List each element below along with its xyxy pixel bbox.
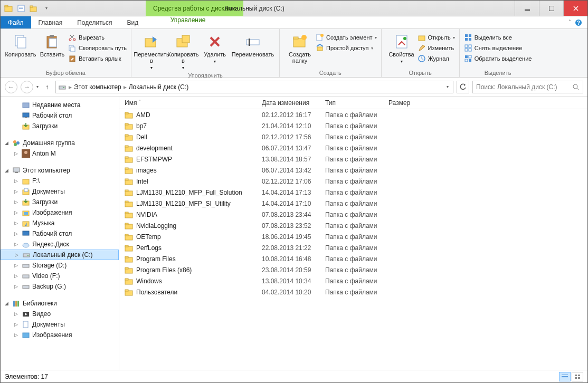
file-row[interactable]: NVIDIA07.08.2013 23:44Папка с файлами <box>119 209 587 220</box>
expander-icon[interactable]: ▷ <box>14 151 20 156</box>
copy-button[interactable]: Копировать <box>5 31 36 58</box>
copy-to-button[interactable]: Копировать в▾ <box>167 31 199 71</box>
recent-locations-dropdown[interactable]: ▾ <box>36 84 39 89</box>
file-row[interactable]: Dell02.12.2012 17:56Папка с файлами <box>119 131 587 142</box>
sidebar-item-drive-f[interactable]: ▷F:\ <box>1 176 119 186</box>
expander-icon[interactable]: ▷ <box>14 242 20 247</box>
sidebar-item-this-pc[interactable]: ◢Этот компьютер <box>1 165 119 176</box>
expander-icon[interactable]: ▷ <box>14 210 20 215</box>
expander-icon[interactable]: ▷ <box>14 231 20 236</box>
expander-icon[interactable]: ▷ <box>14 263 20 268</box>
paste-button[interactable]: Вставить <box>36 31 68 58</box>
expander-icon[interactable]: ▷ <box>14 332 20 338</box>
sidebar-item-pictures[interactable]: ▷Изображения <box>1 207 119 218</box>
new-folder-button[interactable]: Создать папку <box>284 31 316 64</box>
view-details-button[interactable] <box>559 372 571 381</box>
file-row[interactable]: bp721.04.2014 12:10Папка с файлами <box>119 120 587 131</box>
delete-button[interactable]: Удалить▾ <box>199 31 231 65</box>
file-row[interactable]: LJM1130_M1210_MFP_Full_Solution14.04.201… <box>119 187 587 198</box>
move-to-button[interactable]: Переместить в▾ <box>136 31 167 71</box>
search-input[interactable] <box>476 83 572 91</box>
ribbon-expand-icon[interactable]: ˆ <box>569 20 571 25</box>
sidebar-item-downloads2[interactable]: ▷Загрузки <box>1 197 119 207</box>
expander-icon[interactable]: ◢ <box>5 301 10 306</box>
address-dropdown-icon[interactable]: ▾ <box>444 84 451 89</box>
file-list[interactable]: AMD02.12.2012 16:17Папка с файламиbp721.… <box>119 109 587 370</box>
sidebar-item-documents[interactable]: ▷Документы <box>1 186 119 197</box>
breadcrumb-root[interactable]: Этот компьютер <box>74 83 121 91</box>
sidebar-item-lib-video[interactable]: ▷Видео <box>1 309 119 319</box>
file-row[interactable]: Intel02.12.2012 17:06Папка с файлами <box>119 176 587 187</box>
expander-icon[interactable]: ▷ <box>15 252 20 257</box>
history-button[interactable]: Журнал <box>418 54 455 63</box>
view-icons-button[interactable] <box>572 372 583 381</box>
tab-share[interactable]: Поделиться <box>70 16 119 28</box>
forward-button[interactable]: → <box>21 81 33 93</box>
sidebar-item-drive-c[interactable]: ▷Локальный диск (C:) <box>1 250 119 260</box>
file-row[interactable]: PerfLogs22.08.2013 21:22Папка с файлами <box>119 242 587 253</box>
sidebar-item-desktop[interactable]: Рабочий стол <box>1 110 119 121</box>
file-row[interactable]: Program Files10.08.2014 16:48Папка с фай… <box>119 253 587 264</box>
help-icon[interactable]: ? <box>575 19 582 26</box>
cut-button[interactable]: Вырезать <box>68 33 127 42</box>
expander-icon[interactable]: ▷ <box>14 322 20 327</box>
expander-icon[interactable]: ▷ <box>14 221 20 226</box>
close-button[interactable] <box>563 1 587 16</box>
properties-button[interactable]: Свойства▾ <box>386 31 418 65</box>
expander-icon[interactable]: ◢ <box>5 168 10 173</box>
qat-newfolder-icon[interactable] <box>29 4 39 13</box>
qat-properties-icon[interactable] <box>16 4 26 13</box>
file-row[interactable]: AMD02.12.2012 16:17Папка с файлами <box>119 109 587 120</box>
sidebar-item-downloads[interactable]: Загрузки <box>1 121 119 131</box>
sidebar-item-homegroup[interactable]: ◢Домашняя группа <box>1 138 119 148</box>
back-button[interactable]: ← <box>5 81 17 93</box>
invert-selection-button[interactable]: Обратить выделение <box>464 54 532 63</box>
file-row[interactable]: LJM1130_M1210_MFP_SI_Utility14.04.2014 1… <box>119 198 587 209</box>
qat-dropdown-icon[interactable]: ▾ <box>42 4 51 13</box>
tab-home[interactable]: Главная <box>31 16 70 28</box>
minimize-button[interactable] <box>515 1 539 16</box>
sidebar-item-lib-pics[interactable]: ▷Изображения <box>1 330 119 340</box>
expander-icon[interactable]: ▷ <box>14 178 20 184</box>
tab-manage[interactable]: Управление <box>146 16 230 24</box>
up-button[interactable]: ↑ <box>42 83 52 91</box>
tab-file[interactable]: Файл <box>1 16 31 28</box>
file-row[interactable]: EFSTMPWP13.08.2014 18:57Папка с файлами <box>119 154 587 165</box>
breadcrumb-sep-icon[interactable]: ▸ <box>124 83 127 91</box>
sidebar-item-recent[interactable]: Недавние места <box>1 100 119 110</box>
expander-icon[interactable]: ▷ <box>14 284 20 289</box>
new-item-button[interactable]: Создать элемент ▾ <box>316 33 377 42</box>
search-box[interactable] <box>472 81 583 93</box>
edit-button[interactable]: Изменить <box>418 44 455 52</box>
file-row[interactable]: NvidiaLogging07.08.2013 23:52Папка с фай… <box>119 220 587 231</box>
open-button[interactable]: Открыть ▾ <box>418 33 455 42</box>
column-name[interactable]: Имя ˄ <box>119 99 257 107</box>
sidebar-item-music[interactable]: ▷Музыка <box>1 218 119 228</box>
file-row[interactable]: Program Files (x86)23.08.2014 20:59Папка… <box>119 264 587 275</box>
expander-icon[interactable]: ▷ <box>14 311 20 317</box>
file-row[interactable]: Windows13.08.2014 10:34Папка с файлами <box>119 275 587 286</box>
sidebar-item-drive-backup[interactable]: ▷Backup (G:) <box>1 281 119 292</box>
file-row[interactable]: images06.07.2014 13:42Папка с файлами <box>119 165 587 176</box>
copy-path-button[interactable]: Скопировать путь <box>68 44 127 52</box>
sidebar-item-libraries[interactable]: ◢Библиотеки <box>1 298 119 309</box>
file-row[interactable]: development06.07.2014 13:47Папка с файла… <box>119 142 587 154</box>
expander-icon[interactable]: ◢ <box>5 140 10 146</box>
expander-icon[interactable]: ▷ <box>14 273 20 279</box>
refresh-button[interactable] <box>457 81 469 93</box>
column-date[interactable]: Дата изменения <box>257 99 320 107</box>
sidebar-item-yandex[interactable]: ▷Яндекс.Диск <box>1 239 119 250</box>
easy-access-button[interactable]: Простой доступ ▾ <box>316 44 377 52</box>
select-none-button[interactable]: Снять выделение <box>464 44 532 52</box>
address-bar[interactable]: ▸ Этот компьютер ▸ Локальный диск (C:) ▾ <box>55 81 453 93</box>
navigation-pane[interactable]: Недавние места Рабочий стол Загрузки ◢До… <box>1 97 119 370</box>
breadcrumb-sep-icon[interactable]: ▸ <box>69 83 72 91</box>
rename-button[interactable]: Переименовать <box>231 31 275 58</box>
column-type[interactable]: Тип <box>320 99 383 107</box>
sidebar-item-desktop2[interactable]: ▷Рабочий стол <box>1 228 119 239</box>
column-size[interactable]: Размер <box>383 99 425 107</box>
file-row[interactable]: OETemp18.06.2014 19:45Папка с файлами <box>119 231 587 242</box>
expander-icon[interactable]: ▷ <box>14 189 20 194</box>
paste-shortcut-button[interactable]: Вставить ярлык <box>68 54 127 63</box>
select-all-button[interactable]: Выделить все <box>464 33 532 42</box>
